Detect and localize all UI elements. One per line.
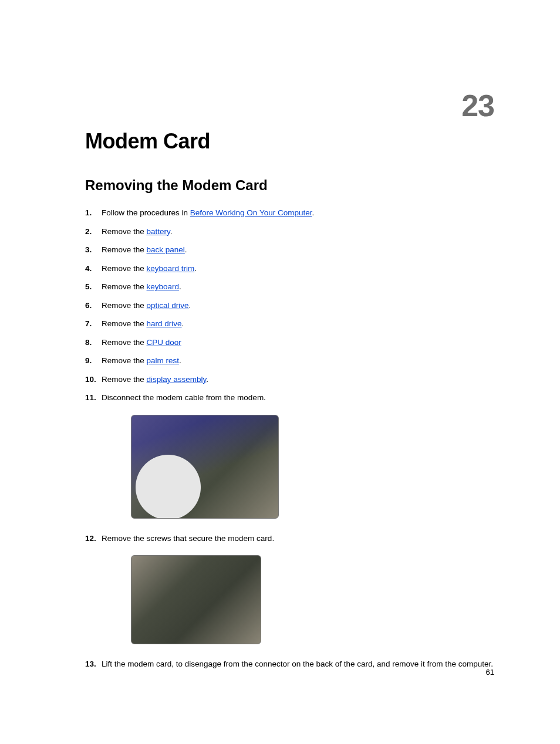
step-5: Remove the keyboard. (85, 282, 495, 292)
step-text-pre: Remove the (102, 356, 147, 365)
step-10: Remove the display assembly. (85, 374, 495, 385)
step-text-post: . (170, 227, 173, 236)
step-text-post: . (179, 282, 181, 291)
link-battery[interactable]: battery (147, 227, 170, 236)
step-text-post: . (185, 245, 187, 254)
step-3: Remove the back panel. (85, 245, 495, 255)
step-text-pre: Remove the (102, 245, 147, 254)
step-text: Remove the screws that secure the modem … (102, 534, 274, 543)
step-text-pre: Remove the (102, 338, 147, 347)
step-text-post: . (179, 356, 181, 365)
link-back-panel[interactable]: back panel (147, 245, 185, 254)
step-12: Remove the screws that secure the modem … (85, 533, 495, 647)
chapter-number: 23 (461, 88, 494, 123)
link-before-working[interactable]: Before Working On Your Computer (190, 208, 312, 217)
image-remove-screws (131, 555, 261, 644)
step-text-pre: Remove the (102, 319, 147, 328)
step-6: Remove the optical drive. (85, 300, 495, 311)
step-8: Remove the CPU door (85, 337, 495, 348)
step-text-pre: Remove the (102, 264, 147, 273)
step-9: Remove the palm rest. (85, 356, 495, 366)
step-text-post: . (312, 208, 314, 217)
step-text-post: . (189, 301, 191, 310)
step-text-post: . (182, 319, 184, 328)
step-7: Remove the hard drive. (85, 319, 495, 329)
step-text: Lift the modem card, to disengage from t… (102, 660, 493, 668)
link-cpu-door[interactable]: CPU door (147, 338, 181, 347)
step-11: Disconnect the modem cable from the mode… (85, 393, 495, 521)
document-page: 23 Modem Card Removing the Modem Card Fo… (0, 0, 560, 744)
link-keyboard-trim[interactable]: keyboard trim (147, 264, 195, 273)
link-optical-drive[interactable]: optical drive (147, 301, 189, 310)
step-2: Remove the battery. (85, 226, 495, 237)
step-4: Remove the keyboard trim. (85, 263, 495, 274)
link-display-assembly[interactable]: display assembly (147, 375, 207, 384)
step-text-pre: Follow the procedures in (102, 208, 190, 217)
link-hard-drive[interactable]: hard drive (147, 319, 182, 328)
step-text-pre: Remove the (102, 375, 147, 384)
step-text-pre: Remove the (102, 282, 147, 291)
step-text-post: . (206, 375, 208, 384)
procedure-steps: Follow the procedures in Before Working … (85, 208, 495, 669)
page-number: 61 (486, 668, 494, 677)
chapter-title: Modem Card (85, 129, 495, 154)
image-disconnect-modem-cable (131, 415, 279, 519)
step-text-pre: Remove the (102, 227, 147, 236)
figure-modem-cable (131, 415, 495, 522)
step-text: Disconnect the modem cable from the mode… (102, 393, 266, 402)
link-keyboard[interactable]: keyboard (147, 282, 180, 291)
step-text-pre: Remove the (102, 301, 147, 310)
link-palm-rest[interactable]: palm rest (147, 356, 180, 365)
step-13: Lift the modem card, to disengage from t… (85, 659, 495, 669)
step-text-post: . (194, 264, 197, 273)
step-1: Follow the procedures in Before Working … (85, 208, 495, 218)
figure-modem-screws (131, 555, 495, 647)
section-title: Removing the Modem Card (85, 177, 495, 194)
